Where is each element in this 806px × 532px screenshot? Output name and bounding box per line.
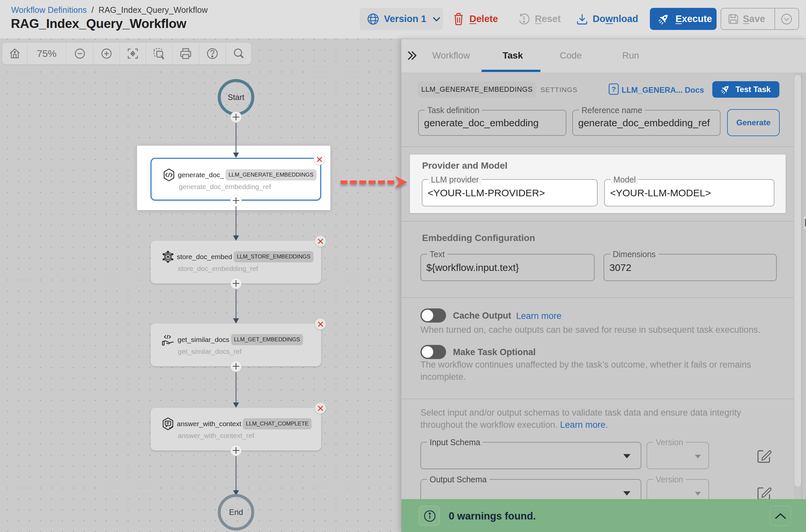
svg-text:?: ?	[611, 85, 616, 93]
